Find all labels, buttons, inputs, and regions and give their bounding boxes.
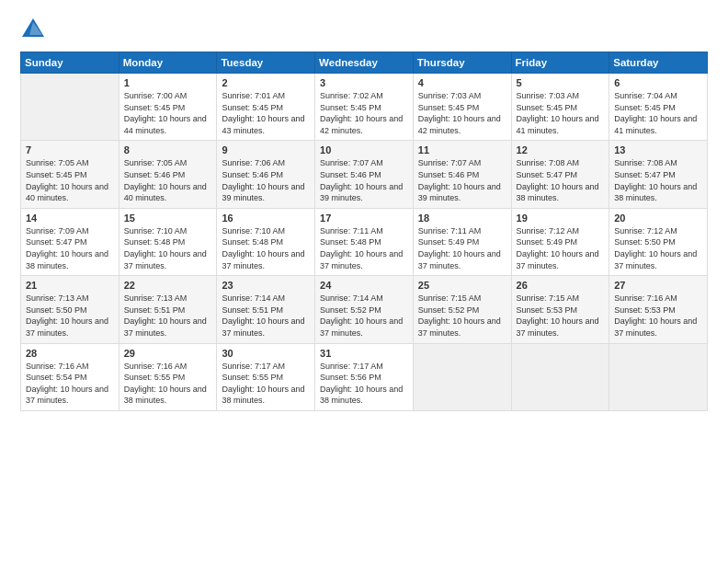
day-number: 17	[320, 213, 408, 224]
day-number: 21	[26, 280, 114, 291]
day-number: 16	[222, 213, 310, 224]
weekday-header-tuesday: Tuesday	[217, 52, 315, 74]
day-number: 8	[124, 144, 212, 155]
logo	[20, 17, 50, 42]
day-info: Sunrise: 7:05 AMSunset: 5:46 PMDaylight:…	[124, 157, 212, 203]
day-number: 15	[124, 213, 212, 224]
day-number: 24	[320, 280, 408, 291]
calendar-table: SundayMondayTuesdayWednesdayThursdayFrid…	[20, 52, 708, 411]
day-info: Sunrise: 7:07 AMSunset: 5:46 PMDaylight:…	[418, 157, 506, 203]
calendar-cell: 2Sunrise: 7:01 AMSunset: 5:45 PMDaylight…	[217, 74, 315, 141]
calendar-cell: 23Sunrise: 7:14 AMSunset: 5:51 PMDayligh…	[217, 276, 315, 343]
calendar-cell: 30Sunrise: 7:17 AMSunset: 5:55 PMDayligh…	[217, 343, 315, 410]
day-number: 31	[320, 348, 408, 359]
day-info: Sunrise: 7:16 AMSunset: 5:54 PMDaylight:…	[26, 361, 114, 407]
calendar-cell: 24Sunrise: 7:14 AMSunset: 5:52 PMDayligh…	[315, 276, 414, 343]
calendar-cell: 19Sunrise: 7:12 AMSunset: 5:49 PMDayligh…	[511, 208, 609, 275]
calendar-week-1: 1Sunrise: 7:00 AMSunset: 5:45 PMDaylight…	[21, 74, 708, 141]
day-info: Sunrise: 7:16 AMSunset: 5:55 PMDaylight:…	[124, 361, 212, 407]
day-info: Sunrise: 7:04 AMSunset: 5:45 PMDaylight:…	[614, 90, 702, 136]
day-info: Sunrise: 7:08 AMSunset: 5:47 PMDaylight:…	[614, 157, 702, 203]
calendar-cell: 25Sunrise: 7:15 AMSunset: 5:52 PMDayligh…	[413, 276, 511, 343]
day-number: 23	[222, 280, 310, 291]
calendar-cell: 7Sunrise: 7:05 AMSunset: 5:45 PMDaylight…	[21, 141, 119, 208]
calendar-cell: 17Sunrise: 7:11 AMSunset: 5:48 PMDayligh…	[315, 208, 414, 275]
calendar-cell: 29Sunrise: 7:16 AMSunset: 5:55 PMDayligh…	[119, 343, 217, 410]
day-info: Sunrise: 7:10 AMSunset: 5:48 PMDaylight:…	[124, 225, 212, 271]
weekday-header-wednesday: Wednesday	[315, 52, 414, 74]
weekday-header-row: SundayMondayTuesdayWednesdayThursdayFrid…	[21, 52, 708, 74]
day-info: Sunrise: 7:16 AMSunset: 5:53 PMDaylight:…	[614, 293, 702, 339]
day-info: Sunrise: 7:15 AMSunset: 5:52 PMDaylight:…	[418, 293, 506, 339]
calendar-cell: 26Sunrise: 7:15 AMSunset: 5:53 PMDayligh…	[511, 276, 609, 343]
day-number: 2	[222, 77, 310, 88]
calendar-cell: 3Sunrise: 7:02 AMSunset: 5:45 PMDaylight…	[315, 74, 414, 141]
weekday-header-friday: Friday	[511, 52, 609, 74]
day-info: Sunrise: 7:03 AMSunset: 5:45 PMDaylight:…	[418, 90, 506, 136]
day-number: 11	[418, 144, 506, 155]
calendar-cell: 8Sunrise: 7:05 AMSunset: 5:46 PMDaylight…	[119, 141, 217, 208]
day-number: 25	[418, 280, 506, 291]
day-info: Sunrise: 7:15 AMSunset: 5:53 PMDaylight:…	[517, 293, 605, 339]
weekday-header-saturday: Saturday	[609, 52, 708, 74]
day-info: Sunrise: 7:02 AMSunset: 5:45 PMDaylight:…	[320, 90, 408, 136]
weekday-header-monday: Monday	[119, 52, 217, 74]
day-number: 10	[320, 144, 408, 155]
day-number: 19	[517, 213, 605, 224]
day-number: 30	[222, 348, 310, 359]
day-info: Sunrise: 7:12 AMSunset: 5:49 PMDaylight:…	[517, 225, 605, 271]
day-info: Sunrise: 7:17 AMSunset: 5:55 PMDaylight:…	[222, 361, 310, 407]
calendar-cell: 15Sunrise: 7:10 AMSunset: 5:48 PMDayligh…	[119, 208, 217, 275]
day-number: 4	[418, 77, 506, 88]
day-number: 28	[26, 348, 114, 359]
weekday-header-thursday: Thursday	[413, 52, 511, 74]
day-info: Sunrise: 7:11 AMSunset: 5:48 PMDaylight:…	[320, 225, 408, 271]
calendar-cell: 10Sunrise: 7:07 AMSunset: 5:46 PMDayligh…	[315, 141, 414, 208]
calendar-cell	[609, 343, 708, 410]
calendar-cell: 9Sunrise: 7:06 AMSunset: 5:46 PMDaylight…	[217, 141, 315, 208]
day-info: Sunrise: 7:14 AMSunset: 5:52 PMDaylight:…	[320, 293, 408, 339]
logo-icon	[20, 17, 46, 42]
day-number: 9	[222, 144, 310, 155]
day-number: 20	[614, 213, 702, 224]
day-number: 29	[124, 348, 212, 359]
day-number: 18	[418, 213, 506, 224]
calendar-cell: 5Sunrise: 7:03 AMSunset: 5:45 PMDaylight…	[511, 74, 609, 141]
calendar-cell: 21Sunrise: 7:13 AMSunset: 5:50 PMDayligh…	[21, 276, 119, 343]
day-info: Sunrise: 7:01 AMSunset: 5:45 PMDaylight:…	[222, 90, 310, 136]
calendar-week-3: 14Sunrise: 7:09 AMSunset: 5:47 PMDayligh…	[21, 208, 708, 275]
day-number: 14	[26, 213, 114, 224]
calendar-cell: 16Sunrise: 7:10 AMSunset: 5:48 PMDayligh…	[217, 208, 315, 275]
day-number: 3	[320, 77, 408, 88]
day-info: Sunrise: 7:17 AMSunset: 5:56 PMDaylight:…	[320, 361, 408, 407]
day-number: 7	[26, 144, 114, 155]
day-number: 1	[124, 77, 212, 88]
weekday-header-sunday: Sunday	[21, 52, 119, 74]
calendar-cell	[413, 343, 511, 410]
day-number: 6	[614, 77, 702, 88]
day-number: 5	[517, 77, 605, 88]
calendar-cell: 27Sunrise: 7:16 AMSunset: 5:53 PMDayligh…	[609, 276, 708, 343]
day-info: Sunrise: 7:13 AMSunset: 5:50 PMDaylight:…	[26, 293, 114, 339]
calendar-cell: 11Sunrise: 7:07 AMSunset: 5:46 PMDayligh…	[413, 141, 511, 208]
page-header	[20, 17, 708, 42]
calendar-week-4: 21Sunrise: 7:13 AMSunset: 5:50 PMDayligh…	[21, 276, 708, 343]
calendar-cell: 6Sunrise: 7:04 AMSunset: 5:45 PMDaylight…	[609, 74, 708, 141]
day-info: Sunrise: 7:03 AMSunset: 5:45 PMDaylight:…	[517, 90, 605, 136]
calendar-cell: 13Sunrise: 7:08 AMSunset: 5:47 PMDayligh…	[609, 141, 708, 208]
day-info: Sunrise: 7:00 AMSunset: 5:45 PMDaylight:…	[124, 90, 212, 136]
calendar-cell: 20Sunrise: 7:12 AMSunset: 5:50 PMDayligh…	[609, 208, 708, 275]
calendar-cell: 4Sunrise: 7:03 AMSunset: 5:45 PMDaylight…	[413, 74, 511, 141]
calendar-cell: 18Sunrise: 7:11 AMSunset: 5:49 PMDayligh…	[413, 208, 511, 275]
calendar-week-2: 7Sunrise: 7:05 AMSunset: 5:45 PMDaylight…	[21, 141, 708, 208]
day-number: 13	[614, 144, 702, 155]
day-number: 22	[124, 280, 212, 291]
calendar-cell: 28Sunrise: 7:16 AMSunset: 5:54 PMDayligh…	[21, 343, 119, 410]
day-info: Sunrise: 7:06 AMSunset: 5:46 PMDaylight:…	[222, 157, 310, 203]
day-number: 27	[614, 280, 702, 291]
day-info: Sunrise: 7:12 AMSunset: 5:50 PMDaylight:…	[614, 225, 702, 271]
day-number: 12	[517, 144, 605, 155]
calendar-week-5: 28Sunrise: 7:16 AMSunset: 5:54 PMDayligh…	[21, 343, 708, 410]
day-info: Sunrise: 7:10 AMSunset: 5:48 PMDaylight:…	[222, 225, 310, 271]
calendar-cell: 22Sunrise: 7:13 AMSunset: 5:51 PMDayligh…	[119, 276, 217, 343]
